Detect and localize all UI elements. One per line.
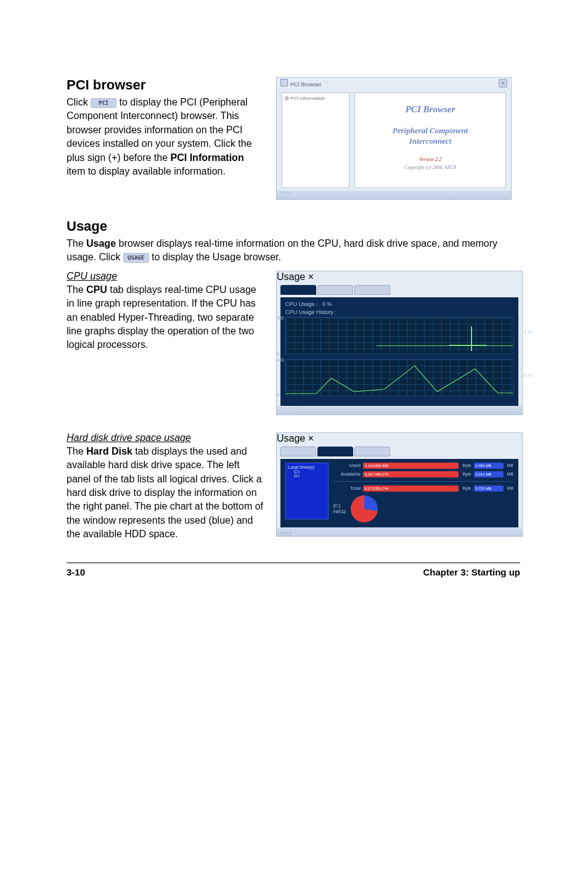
close-icon[interactable]: ×: [308, 271, 314, 282]
pci-paragraph: Click PCI to display the PCI (Peripheral…: [67, 96, 265, 178]
close-icon[interactable]: ×: [499, 79, 507, 88]
total-bar: 6,172,831,744: [363, 485, 459, 492]
cpu-usage-label: CPU Usage :: [285, 301, 318, 307]
pci-tree-panel[interactable]: ⊞ PCI Information: [282, 93, 349, 188]
tree-root[interactable]: Local Drive(s): [288, 465, 326, 469]
window-footer-grip: • • • • •\\\\\: [277, 527, 522, 536]
app-icon: [280, 79, 288, 86]
brand-title: PCI Browser: [406, 104, 455, 115]
total-label: Total: [333, 485, 361, 491]
tab-hdd[interactable]: [317, 447, 353, 456]
brand-sub1: Peripheral Component: [393, 126, 468, 136]
pci-heading: PCI browser: [67, 77, 265, 93]
page-footer: 3-10 Chapter 3: Starting up: [67, 563, 520, 577]
hdd-bold: Hard Disk: [86, 446, 133, 456]
avail-unit: Byte: [462, 472, 471, 476]
used-label: Used: [333, 463, 361, 468]
cpu-usage-window: Usage × CPU Usage : 0 % CPU Usage Histor…: [276, 271, 523, 415]
usage-intro: The Usage browser displays real-time inf…: [67, 237, 520, 265]
txt: tab displays the used and available hard…: [67, 446, 263, 539]
used-unit: Byte: [462, 463, 471, 468]
tab-cpu[interactable]: [280, 447, 316, 456]
pci-info-bold: PCI Information: [171, 152, 244, 163]
cpu-paragraph: The CPU tab displays real-time CPU usage…: [67, 283, 265, 352]
pci-info-panel: PCI Browser Peripheral Component Interco…: [354, 93, 506, 188]
tree-root[interactable]: PCI Information: [290, 96, 325, 101]
cpu1-pct: 2 %: [523, 329, 532, 335]
avail-label: Available: [333, 471, 361, 477]
txt: to display the Usage browser.: [152, 252, 281, 262]
cpu-chart-1: [285, 317, 513, 354]
usage-button-inline[interactable]: USAGE: [123, 253, 149, 263]
used-bar: 2,119,802,880: [363, 463, 459, 469]
txt: The: [67, 446, 86, 456]
avail-val: 3,211 MB: [474, 471, 504, 477]
window-title: Usage: [277, 271, 305, 282]
txt: The: [67, 284, 86, 295]
window-titlebar: PCI Browser ×: [277, 78, 511, 89]
cpu-usage-value: 0 %: [322, 301, 332, 307]
window-titlebar: Usage ×: [277, 433, 522, 444]
total-unit: Byte: [462, 486, 471, 490]
pie-chart: [351, 495, 378, 522]
total-val: 5,722 MB: [474, 485, 504, 492]
chapter-label: Chapter 3: Starting up: [423, 567, 520, 577]
txt: item to display available information.: [67, 166, 226, 176]
used-val: 2,481 MB: [474, 463, 504, 469]
cpu-chart-2: [285, 359, 513, 396]
avail-bar: 3,367,995,072: [363, 471, 459, 477]
usage-tabs: [280, 447, 522, 456]
window-title: Usage: [277, 433, 305, 444]
usage-bold: Usage: [86, 238, 116, 249]
hdd-paragraph: The Hard Disk tab displays the used and …: [67, 445, 265, 542]
y-axis-max: 100: [277, 358, 284, 362]
pie-fs-label: FAT32: [333, 509, 346, 515]
tab-mem[interactable]: [354, 447, 390, 456]
tab-cpu[interactable]: [280, 285, 316, 295]
u: MB: [507, 486, 514, 490]
txt: Click: [67, 97, 91, 107]
cpu2-pct: 16 %: [521, 373, 532, 378]
window-footer-grip: • • • • •: [277, 406, 522, 415]
u: MB: [507, 463, 514, 468]
drive-list[interactable]: Local Drive(s) C:\ D:\: [285, 463, 329, 519]
usage-tabs: [280, 285, 522, 295]
cpu-bold: CPU: [86, 284, 107, 295]
pie-drive-label: [C:]: [333, 503, 346, 509]
close-icon[interactable]: ×: [308, 433, 314, 444]
cpu-history-label: CPU Usage History :: [285, 309, 513, 315]
u: MB: [507, 472, 514, 476]
window-footer-grip: \\\\\: [277, 191, 511, 199]
usage-heading: Usage: [67, 218, 520, 234]
txt: The: [67, 238, 86, 249]
window-titlebar: Usage ×: [277, 271, 522, 283]
y-axis-min: 0: [277, 351, 279, 355]
y-axis-max: 100: [277, 316, 284, 320]
drive-c[interactable]: C:\: [288, 469, 326, 474]
y-axis-min: 0: [277, 393, 279, 397]
brand-sub2: Interconnect: [409, 136, 452, 147]
tab-mem[interactable]: [354, 285, 390, 295]
hdd-subheading: Hard disk drive space usage: [67, 432, 265, 444]
cpu-subheading: CPU usage: [67, 271, 265, 282]
page-number: 3-10: [67, 567, 85, 577]
pci-browser-window: PCI Browser × ⊞ PCI Information PCI Brow…: [276, 77, 512, 200]
tab-hdd[interactable]: [317, 285, 353, 295]
window-title: PCI Browser: [290, 81, 322, 88]
hdd-usage-window: Usage × Local Drive(s) C:\ D:\: [276, 432, 523, 537]
version-text: Version 2.2: [419, 157, 441, 162]
copyright-text: Copyright (c) 2006, ASUS: [404, 165, 456, 170]
pci-button-inline[interactable]: PCI: [91, 98, 116, 108]
drive-d[interactable]: D:\: [288, 474, 326, 478]
